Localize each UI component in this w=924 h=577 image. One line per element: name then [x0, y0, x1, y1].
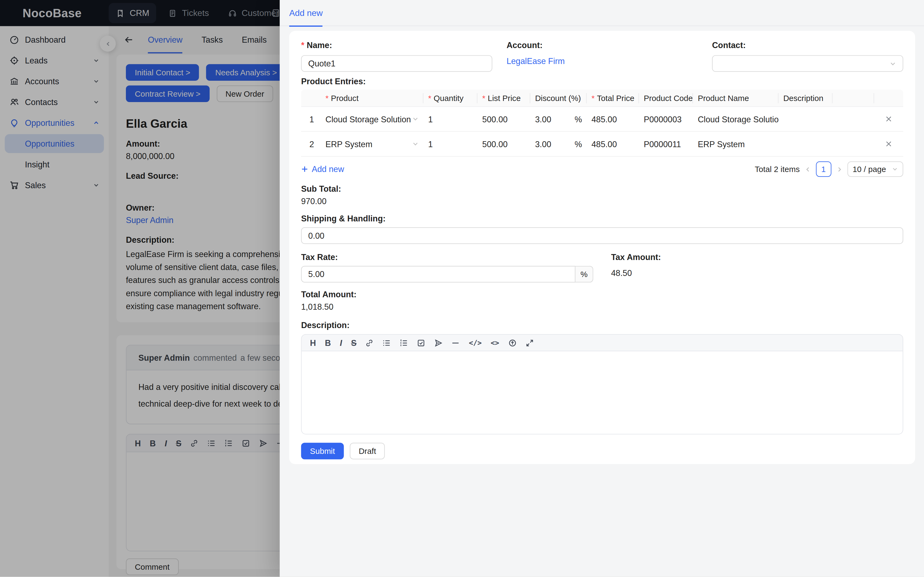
drawer-tab-bar: Add new [279, 0, 924, 26]
chevron-down-icon [412, 116, 418, 122]
column-header-product-name: Product Name [693, 93, 779, 103]
field-shipping: Shipping & Handling: 0.00 [301, 214, 903, 244]
total-amount-label: Total Amount: [301, 290, 903, 300]
field-name: *Name: Quote1 [301, 40, 492, 71]
sub-total-label: Sub Total: [301, 184, 903, 194]
name-input[interactable]: Quote1 [301, 55, 492, 72]
horizontal-rule-icon[interactable] [452, 338, 460, 347]
inline-code-icon[interactable]: <> [491, 339, 499, 346]
draft-button[interactable]: Draft [350, 443, 385, 459]
discount-value: 3.00 [535, 139, 551, 148]
bullet-list-icon[interactable] [383, 338, 391, 347]
percent-suffix: % [575, 114, 582, 124]
field-account: Account: LegalEase Firm [507, 40, 698, 71]
plus-icon [301, 166, 308, 172]
field-sub-total: Sub Total: 970.00 [301, 184, 903, 206]
product-name-cell: Cloud Storage Solution [693, 114, 779, 124]
table-header-row: *Product *Quantity *List Price Discount … [301, 90, 903, 107]
required-mark: * [301, 40, 304, 50]
product-entries-table: *Product *Quantity *List Price Discount … [301, 90, 903, 156]
column-header-quantity: *Quantity [423, 93, 477, 103]
total-price-cell: 485.00 [587, 114, 639, 124]
add-new-label: Add new [312, 164, 344, 174]
table-row: 2 ERP System 1 500.00 3.00 % 485.00 P00 [301, 132, 903, 156]
italic-icon[interactable]: I [340, 338, 342, 347]
tax-rate-value: 5.00 [308, 269, 325, 279]
product-code-cell: P0000003 [639, 114, 693, 124]
add-new-row-button[interactable]: Add new [301, 164, 344, 174]
code-block-icon[interactable]: </> [469, 339, 482, 346]
account-link[interactable]: LegalEase Firm [507, 56, 698, 66]
prev-page-icon[interactable] [804, 166, 811, 172]
column-header-product-code: Product Code [639, 93, 693, 103]
column-header-total-price: *Total Price [587, 93, 639, 103]
contact-label: Contact: [712, 40, 903, 50]
submit-button[interactable]: Submit [301, 443, 344, 459]
tax-rate-label: Tax Rate: [301, 252, 593, 262]
chevron-down-icon [412, 141, 418, 147]
page-size-value: 10 / page [853, 165, 886, 174]
name-value: Quote1 [308, 59, 336, 68]
name-label: *Name: [301, 40, 492, 50]
contact-select[interactable] [712, 55, 903, 72]
column-header-empty [833, 93, 874, 103]
column-header-description: Description [779, 93, 833, 103]
index-column-header [301, 93, 321, 103]
discount-cell[interactable]: 3.00 % [530, 139, 587, 148]
shipping-label: Shipping & Handling: [301, 214, 903, 224]
tax-rate-group: 5.00 % [301, 266, 593, 283]
bold-icon[interactable]: B [325, 338, 331, 347]
remove-row-button[interactable] [874, 140, 903, 148]
checkbox-icon[interactable] [417, 338, 425, 347]
product-select[interactable]: Cloud Storage Solution [321, 114, 423, 124]
total-price-cell: 485.00 [587, 139, 639, 148]
list-price-cell[interactable]: 500.00 [477, 114, 530, 124]
heading-icon[interactable]: H [310, 338, 316, 347]
upload-icon[interactable] [508, 338, 517, 347]
form-actions: Submit Draft [301, 443, 903, 459]
description-editor-input[interactable] [302, 351, 903, 434]
product-select-value: ERP System [326, 139, 373, 148]
description-label: Description: [301, 321, 903, 330]
column-header-discount: Discount (%) [530, 93, 587, 103]
percent-suffix: % [575, 139, 582, 148]
sub-total-value: 970.00 [301, 197, 903, 206]
total-amount-value: 1,018.50 [301, 302, 903, 312]
column-header-actions [874, 93, 903, 103]
field-tax-amount: Tax Amount: 48.50 [611, 252, 903, 282]
remove-row-button[interactable] [874, 115, 903, 123]
send-icon[interactable] [435, 338, 443, 347]
next-page-icon[interactable] [836, 166, 842, 172]
quantity-cell[interactable]: 1 [423, 114, 477, 124]
tab-add-new[interactable]: Add new [289, 0, 323, 26]
fullscreen-icon[interactable] [525, 338, 534, 347]
pagination: Total 2 items 1 10 / page [754, 161, 903, 177]
page-number-button[interactable]: 1 [816, 161, 831, 177]
product-entries-label: Product Entries: [301, 77, 903, 86]
quantity-cell[interactable]: 1 [423, 139, 477, 148]
tax-amount-value: 48.50 [611, 268, 903, 278]
list-price-cell[interactable]: 500.00 [477, 139, 530, 148]
description-editor: H B I S [301, 334, 903, 434]
description-editor-toolbar: H B I S [302, 335, 903, 351]
chevron-down-icon [892, 166, 898, 172]
pagination-total: Total 2 items [754, 165, 800, 174]
column-header-list-price: *List Price [477, 93, 530, 103]
tax-rate-input[interactable]: 5.00 [301, 266, 575, 283]
discount-value: 3.00 [535, 114, 551, 124]
tax-row: Tax Rate: 5.00 % Tax Amount: 48.50 [301, 252, 903, 282]
account-label: Account: [507, 40, 698, 50]
table-footer: Add new Total 2 items 1 10 / page [301, 161, 903, 177]
quote-form-card: *Name: Quote1 Account: LegalEase Firm Co… [289, 31, 915, 464]
link-icon[interactable] [365, 338, 374, 347]
field-contact: Contact: [712, 40, 903, 71]
discount-cell[interactable]: 3.00 % [530, 114, 587, 124]
ordered-list-icon[interactable] [400, 338, 408, 347]
product-name-cell: ERP System [693, 139, 779, 148]
product-select[interactable]: ERP System [321, 139, 423, 148]
row-index: 1 [301, 114, 321, 124]
page-size-select[interactable]: 10 / page [847, 161, 903, 177]
shipping-input[interactable]: 0.00 [301, 227, 903, 244]
tax-amount-label: Tax Amount: [611, 252, 903, 262]
strikethrough-icon[interactable]: S [351, 338, 357, 347]
